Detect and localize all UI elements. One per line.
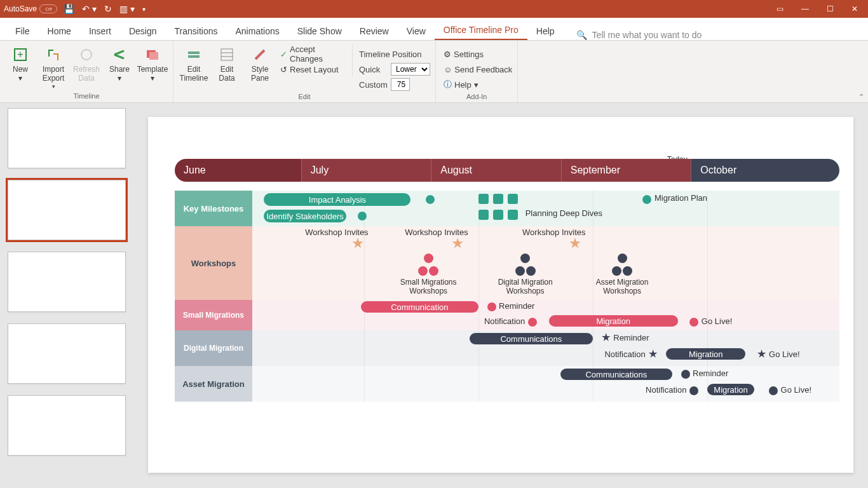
milestone-dot[interactable]: [769, 386, 778, 395]
label-reminder: Reminder: [499, 301, 534, 311]
share-button[interactable]: Share▾: [104, 44, 135, 83]
slide-thumbnail[interactable]: [8, 252, 126, 312]
swimlane-digital-migration: Digital Migration Communications Reminde…: [175, 330, 839, 366]
present-icon[interactable]: ▥ ▾: [119, 4, 135, 14]
tab-transitions[interactable]: Transitions: [166, 22, 227, 40]
tab-office-timeline-pro[interactable]: Office Timeline Pro: [435, 21, 527, 40]
milestone-dot[interactable]: [681, 370, 690, 379]
svg-point-2: [81, 50, 92, 60]
slide-thumbnail[interactable]: [8, 395, 126, 456]
template-button[interactable]: Template▾: [137, 44, 168, 83]
autosave-toggle[interactable]: AutoSave Off: [4, 4, 57, 13]
tab-animations[interactable]: Animations: [226, 22, 288, 40]
search-icon: 🔍: [576, 30, 587, 40]
bar-migration[interactable]: Migration: [707, 384, 754, 395]
help-button[interactable]: ⓘ Help ▾: [444, 78, 512, 92]
swimlane-label: Small Migrations: [175, 300, 252, 330]
star-icon[interactable]: [757, 349, 766, 358]
bar-migration[interactable]: Migration: [549, 315, 678, 327]
reset-layout-button[interactable]: ↺ Reset Layout: [280, 62, 348, 76]
quick-label: Quick: [359, 65, 388, 74]
milestone-dot[interactable]: [426, 195, 435, 204]
label-reminder: Reminder: [693, 369, 728, 378]
milestone-dot[interactable]: [689, 318, 698, 327]
quick-access-toolbar: 💾 ↶ ▾ ↻ ▥ ▾ ▾: [64, 4, 146, 14]
tab-insert[interactable]: Insert: [80, 22, 120, 40]
close-icon[interactable]: ✕: [851, 4, 858, 13]
swimlane-label: Asset Migration: [175, 366, 252, 402]
ribbon-display-icon[interactable]: ▭: [776, 4, 783, 13]
bar-identify-stakeholders[interactable]: Identify Stakeholders: [264, 210, 346, 222]
send-feedback-button[interactable]: ☺ Send Feedback: [444, 62, 512, 76]
star-icon[interactable]: [569, 238, 581, 249]
milestone-square[interactable]: [508, 194, 518, 204]
tab-file[interactable]: File: [6, 22, 39, 40]
star-icon[interactable]: [452, 238, 463, 249]
bar-communication[interactable]: Communication: [361, 301, 478, 313]
slide-editor[interactable]: Today▼ June July August September Octobe…: [133, 103, 868, 488]
bar-communications[interactable]: Communications: [470, 333, 593, 344]
workshop-group[interactable]: [414, 253, 443, 278]
undo-icon[interactable]: ↶ ▾: [82, 4, 97, 14]
edit-timeline-button[interactable]: Edit Timeline: [179, 44, 209, 83]
slide-thumbnail[interactable]: [8, 180, 126, 240]
maximize-icon[interactable]: ☐: [827, 4, 834, 13]
milestone-dot[interactable]: [642, 195, 651, 204]
milestone-square[interactable]: [478, 210, 489, 220]
label-workshop-invites: Workshop Invites: [405, 227, 468, 237]
autosave-switch[interactable]: Off: [39, 4, 57, 13]
tab-view[interactable]: View: [398, 22, 435, 40]
bar-impact-analysis[interactable]: Impact Analysis: [264, 193, 410, 206]
import-export-button[interactable]: Import Export▾: [38, 44, 69, 90]
autosave-label: AutoSave: [4, 4, 37, 13]
bar-communications[interactable]: Communications: [560, 369, 672, 380]
swimlane-label: Workshops: [175, 226, 252, 300]
tab-help[interactable]: Help: [527, 22, 564, 40]
tell-me-search[interactable]: 🔍 Tell me what you want to do: [576, 30, 702, 40]
star-icon[interactable]: [649, 349, 658, 358]
workshop-group[interactable]: [511, 253, 540, 278]
thumbnail-panel[interactable]: [0, 103, 133, 488]
milestone-dot[interactable]: [358, 212, 367, 220]
group-label-addin: Add-In: [466, 92, 487, 102]
label-small-mig-workshops: Small Migrations Workshops: [400, 278, 457, 296]
label-go-live: Go Live!: [781, 385, 811, 395]
tab-home[interactable]: Home: [39, 22, 80, 40]
milestone-square[interactable]: [493, 210, 503, 220]
workshop-group[interactable]: [607, 253, 637, 278]
bar-migration[interactable]: Migration: [666, 348, 745, 360]
label-asset-mig-workshops: Asset Migration Workshops: [596, 278, 649, 296]
tab-slideshow[interactable]: Slide Show: [288, 22, 351, 40]
milestone-square[interactable]: [508, 210, 518, 220]
tab-review[interactable]: Review: [351, 22, 398, 40]
style-pane-button[interactable]: Style Pane: [245, 44, 275, 83]
slide-canvas[interactable]: Today▼ June July August September Octobe…: [148, 117, 853, 473]
settings-button[interactable]: ⚙ Settings: [444, 47, 512, 61]
milestone-square[interactable]: [493, 194, 503, 204]
slide-thumbnail[interactable]: [8, 108, 126, 168]
tell-me-placeholder: Tell me what you want to do: [592, 30, 702, 40]
month-september: September: [561, 159, 691, 182]
minimize-icon[interactable]: ―: [801, 4, 809, 13]
star-icon[interactable]: [602, 333, 611, 342]
accept-changes-button[interactable]: ✓ Accept Changes: [280, 47, 348, 61]
month-august: August: [431, 159, 561, 182]
milestone-dot[interactable]: [689, 386, 698, 395]
tab-design[interactable]: Design: [120, 22, 166, 40]
qat-more-icon[interactable]: ▾: [142, 6, 146, 13]
new-button[interactable]: +New▾: [5, 44, 36, 83]
save-icon[interactable]: 💾: [64, 4, 74, 14]
star-icon[interactable]: [352, 238, 363, 249]
custom-input[interactable]: [391, 78, 410, 91]
edit-data-button[interactable]: Edit Data: [212, 44, 242, 83]
redo-icon[interactable]: ↻: [104, 4, 112, 14]
slide-thumbnail[interactable]: [8, 323, 126, 384]
quick-select[interactable]: Lower: [391, 63, 430, 76]
label-go-live: Go Live!: [702, 316, 732, 326]
milestone-dot[interactable]: [528, 318, 537, 327]
milestone-square[interactable]: [478, 194, 489, 204]
label-notification: Notification: [484, 316, 525, 326]
collapse-ribbon-icon[interactable]: ⌃: [858, 93, 864, 101]
milestone-dot[interactable]: [487, 302, 496, 311]
swimlane-label: Key Milestones: [175, 191, 252, 226]
